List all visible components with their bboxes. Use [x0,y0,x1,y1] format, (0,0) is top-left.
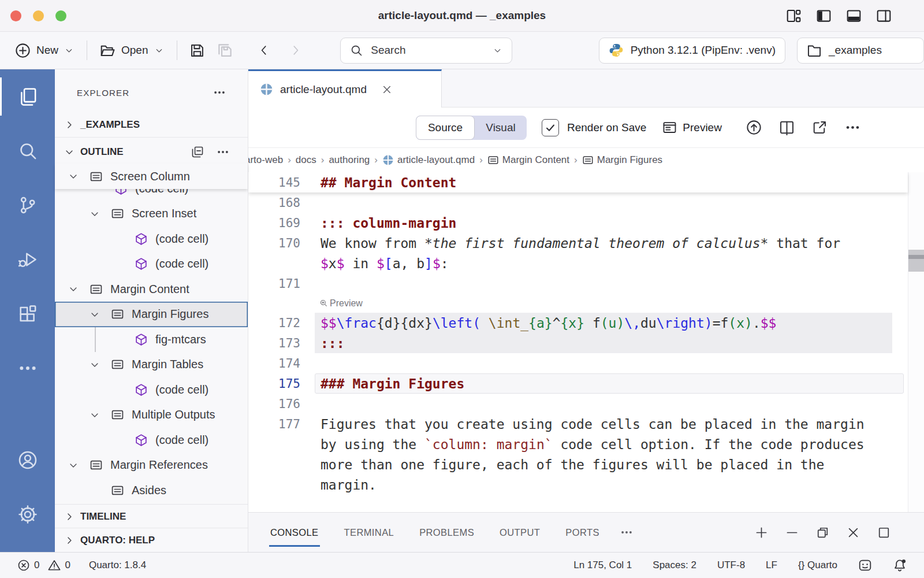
activity-item-source-control[interactable] [0,178,55,232]
tree-chevron-icon[interactable] [90,410,111,420]
ellipsis-icon[interactable] [845,120,860,135]
maximize-icon[interactable] [877,526,891,539]
tree-item-code-cell[interactable]: (code cell) [55,377,248,403]
tree-item-code-cell[interactable]: (code cell) [55,189,248,201]
search-input[interactable]: Search [340,38,512,64]
activity-item-search[interactable] [0,124,55,178]
code-line[interactable]: $x$ in $[a, b]$: [248,253,908,273]
activity-item-files[interactable] [0,69,55,124]
tree-item-multiple-outputs[interactable]: Multiple Outputs [55,402,248,428]
tree-item-code-cell[interactable]: (code cell) [55,251,248,277]
tree-chevron-icon[interactable] [68,460,90,470]
problems-status[interactable]: 0 0 [17,559,70,572]
code-line[interactable]: 145## Margin Content [248,172,908,192]
code-line[interactable]: by using the `column: margin` code cell … [248,434,908,454]
code-line[interactable]: 171 [248,273,908,294]
navigate-forward-button[interactable] [284,38,308,63]
interpreter-selector[interactable]: Python 3.12.1 (PipEnv: .venv) [599,38,785,64]
code-line[interactable]: 168 [248,192,908,213]
status-item-utf-8[interactable]: UTF-8 [717,560,745,571]
status-item-lf[interactable]: LF [766,560,777,571]
codelens[interactable]: Preview [248,294,908,313]
outline-more-icon[interactable] [217,146,229,158]
render-arrow-icon[interactable] [746,120,762,135]
tab-close-icon[interactable] [382,84,392,95]
tree-chevron-icon[interactable] [90,360,111,370]
code-line[interactable]: 175### Margin Figures [248,373,908,394]
preview-button[interactable]: Preview [662,120,722,135]
activity-item-account[interactable] [0,433,55,487]
tree-item-asides[interactable]: Asides [55,478,248,503]
open-external-icon[interactable] [812,120,828,135]
tree-item-margin-references[interactable]: Margin References [55,453,248,478]
collapse-all-icon[interactable] [191,146,204,158]
panel-more-icon[interactable] [620,526,633,539]
editor-tab[interactable]: article-layout.qmd [248,69,442,108]
section-quarto-help[interactable]: QUARTO: HELP [55,528,248,553]
breadcrumb-item[interactable]: article-layout.qmd [397,154,475,166]
breadcrumb-item[interactable]: Margin Content [502,154,569,166]
code-line[interactable]: 174 [248,353,908,373]
tree-item-fig-mtcars[interactable]: fig-mtcars [55,327,248,353]
quarto-version[interactable]: Quarto: 1.8.4 [89,560,146,571]
layout-custom-icon[interactable] [786,8,802,24]
code-line[interactable]: 169::: column-margin [248,213,908,233]
breadcrumb-item[interactable]: arto-web [248,154,283,166]
panel-right-icon[interactable] [876,8,892,24]
activity-item-extensions[interactable] [0,287,55,341]
split-editor-icon[interactable] [779,120,795,135]
tree-item-margin-figures[interactable]: Margin Figures [55,302,248,327]
bell-dot-icon[interactable] [893,558,907,572]
status-item-quarto[interactable]: {} Quarto [798,560,837,571]
breadcrumb-item[interactable]: docs [296,154,316,166]
panel-bottom-icon[interactable] [846,8,862,24]
new-button[interactable]: New [10,38,79,63]
panel-tab-console[interactable]: CONSOLE [269,518,320,547]
activity-item-settings-gear[interactable] [0,487,55,542]
tree-item-screen-inset[interactable]: Screen Inset [55,201,248,227]
breadcrumb-item[interactable]: Margin Figures [597,154,662,166]
minus-icon[interactable] [785,526,799,539]
tree-item-margin-content[interactable]: Margin Content [55,277,248,302]
tree-item-screen-column[interactable]: Screen Column [55,164,248,189]
tree-item-margin-tables[interactable]: Margin Tables [55,352,248,377]
smiley-icon[interactable] [858,558,872,572]
project-button[interactable]: _examples [797,38,924,64]
visual-mode-button[interactable]: Visual [475,116,527,140]
close-icon[interactable] [847,526,860,539]
activity-item-debug[interactable] [0,232,55,287]
restore-icon[interactable] [816,526,829,539]
section-outline[interactable]: OUTLINE [55,140,248,164]
activity-item-ellipsis[interactable] [0,341,55,395]
tree-chevron-icon[interactable] [68,171,90,181]
code-line[interactable]: more than one figure, each of the figure… [248,454,908,475]
status-item-ln-175-col-1[interactable]: Ln 175, Col 1 [573,560,632,571]
navigate-back-button[interactable] [252,38,276,63]
status-item-spaces-2[interactable]: Spaces: 2 [653,560,696,571]
code-line[interactable]: margin. [248,475,908,495]
scrollbar-thumb[interactable] [908,250,924,272]
panel-tab-output[interactable]: OUTPUT [498,518,541,547]
tree-item-code-cell[interactable]: (code cell) [55,428,248,453]
code-line[interactable]: 170We know from *the first fundamental t… [248,233,908,253]
breadcrumb-item[interactable]: authoring [329,154,370,166]
plus-icon[interactable] [755,526,768,539]
panel-left-icon[interactable] [816,8,832,24]
source-mode-button[interactable]: Source [416,116,475,140]
panel-tab-problems[interactable]: PROBLEMS [418,518,475,547]
tree-chevron-icon[interactable] [68,284,90,294]
section-examples[interactable]: _EXAMPLES [55,113,248,137]
code-line[interactable]: 173::: [248,333,908,353]
tree-chevron-icon[interactable] [90,309,111,320]
tree-item-code-cell[interactable]: (code cell) [55,227,248,252]
code-line[interactable]: 172$$\frac{d}{dx}\left( \int_{a}^{x} f(u… [248,313,908,333]
open-button[interactable]: Open [95,38,168,63]
code-line[interactable]: 177Figures that you create using code ce… [248,414,908,434]
explorer-more-icon[interactable] [213,86,226,99]
panel-tab-ports[interactable]: PORTS [564,518,601,547]
panel-tab-terminal[interactable]: TERMINAL [343,518,396,547]
render-on-save-checkbox[interactable] [542,119,559,136]
code-line[interactable]: 176 [248,394,908,414]
editor-scrollbar[interactable] [908,172,924,512]
section-timeline[interactable]: TIMELINE [55,505,248,529]
